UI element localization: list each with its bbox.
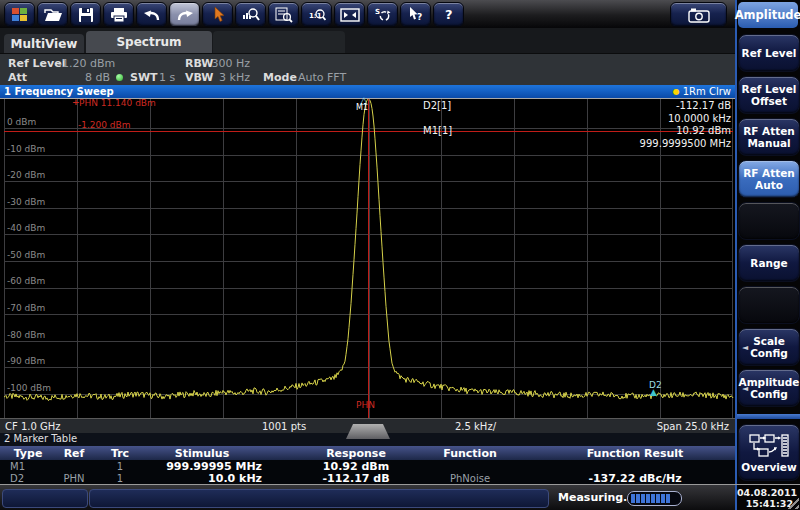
marker-m1-label: M1	[356, 103, 368, 112]
overview-flowchart-icon	[748, 433, 790, 459]
datetime-display: 04.08.2011 15:41:32	[737, 487, 793, 509]
softkey-menu-title: Amplitude	[735, 8, 800, 22]
sweep-points[interactable]: 1001 pts	[262, 421, 306, 432]
tab-bar: MultiView Spectrum	[0, 28, 735, 53]
rbw-value[interactable]: 300 Hz	[210, 57, 250, 70]
softkey-ref-level[interactable]: Ref Level	[738, 34, 800, 72]
select-pointer-icon[interactable]	[202, 2, 233, 27]
readout-m1-name: M1[1]	[423, 125, 452, 136]
status-panel-left	[2, 489, 88, 508]
scale-per-division: 2.5 kHz/	[455, 421, 496, 432]
sweep-continuous-icon[interactable]: S	[367, 2, 398, 27]
att-label: Att	[8, 71, 27, 84]
att-value[interactable]: 8 dB	[58, 71, 110, 84]
softkey-sidebar: Amplitude Ref Level Ref Level Offset RF …	[735, 0, 800, 510]
col-function: Function	[420, 447, 520, 460]
softkey-blank-2	[738, 286, 800, 324]
swt-value[interactable]: 1 s	[159, 71, 175, 84]
status-bar: Measuring...	[0, 485, 735, 510]
cell-function: PhNoise	[420, 473, 520, 484]
col-stimulus: Stimulus	[142, 447, 262, 460]
mode-label: Mode	[263, 71, 297, 84]
measuring-status: Measuring...	[558, 491, 636, 504]
redo-icon[interactable]	[169, 2, 200, 27]
tab-multiview-label: MultiView	[11, 37, 78, 51]
softkey-ref-level-offset[interactable]: Ref Level Offset	[738, 76, 800, 114]
readout-m1-value: 10.92 dBm	[500, 125, 731, 136]
dialog-arrow-icon: ◄	[742, 383, 748, 395]
phn-bottom-label: PHN	[356, 400, 375, 410]
overview-button[interactable]: Overview	[738, 424, 800, 481]
settings-strip: Ref Level -1.20 dBm RBW 300 Hz Att 8 dB …	[0, 53, 735, 86]
save-icon[interactable]	[70, 2, 101, 27]
screenshot-camera-icon[interactable]	[670, 2, 727, 27]
vbw-value[interactable]: 3 kHz	[210, 71, 250, 84]
marker-d2-icon[interactable]: ▲	[650, 387, 657, 397]
center-frequency[interactable]: CF 1.0 GHz	[5, 421, 61, 432]
spectrum-analyzer-screen: 1:1 S ? ? MultiView Spectrum Ref Level -…	[0, 0, 800, 510]
softkey-label: Ref Level Offset	[739, 83, 799, 107]
ref-line-label: -1.200 dBm	[78, 120, 131, 130]
col-ref: Ref	[52, 447, 96, 460]
softkey-separator	[737, 414, 800, 419]
svg-text:S: S	[375, 8, 380, 16]
tab-empty-slot[interactable]	[213, 31, 345, 53]
cell-trc: 1	[98, 461, 142, 472]
col-response: Response	[292, 447, 420, 460]
context-help-icon[interactable]: ?	[400, 2, 431, 27]
trace-badge[interactable]: 1Rm Clrw	[683, 86, 731, 97]
span[interactable]: Span 25.0 kHz	[657, 421, 729, 432]
status-message-panel	[89, 489, 549, 508]
cell-type: M1	[10, 461, 25, 472]
window-splitter-handle[interactable]	[346, 424, 390, 439]
zoom-1to1-icon[interactable]: 1:1	[301, 2, 332, 27]
phn-carrier-line[interactable]	[368, 99, 369, 419]
windows-logo-icon[interactable]	[4, 2, 35, 27]
softkey-rf-atten-auto[interactable]: RF Atten Auto	[738, 160, 800, 198]
zoom-selection-icon[interactable]	[235, 2, 266, 27]
softkey-label: Range	[750, 257, 787, 269]
tab-spectrum-label: Spectrum	[116, 35, 181, 49]
readout-m1-freq: 999.9999500 MHz	[500, 138, 731, 149]
undo-icon[interactable]	[136, 2, 167, 27]
ref-level-label: Ref Level	[8, 57, 65, 70]
marker-table-window: 2 Marker Table Type Ref Trc Stimulus Res…	[0, 433, 735, 484]
spectrum-graph: 0 dBm -10 dBm -20 dBm -30 dBm -40 dBm -5…	[0, 98, 735, 419]
col-trc: Trc	[98, 447, 142, 460]
marker-table-header-row: Type Ref Trc Stimulus Response Function …	[0, 446, 735, 460]
cell-type: D2	[10, 473, 24, 484]
display-config-icon[interactable]	[334, 2, 365, 27]
tab-multiview[interactable]: MultiView	[4, 34, 84, 53]
readout-d2-freq: 10.0000 kHz	[500, 113, 731, 124]
softkey-menu-header: Amplitude	[738, 2, 798, 28]
att-auto-led-icon	[116, 74, 123, 81]
readout-d2-value: -112.17 dB	[500, 100, 731, 111]
measurement-progress-bar	[627, 491, 682, 506]
softkey-label: RF Atten Manual	[739, 125, 799, 149]
date-label: 04.08.2011	[737, 487, 793, 498]
softkey-label: Overview	[741, 461, 796, 473]
softkey-range[interactable]: Range	[738, 244, 800, 282]
print-icon[interactable]	[103, 2, 134, 27]
time-label: 15:41:32	[737, 498, 793, 509]
help-icon[interactable]: ?	[433, 2, 464, 27]
statusbar-divider	[0, 484, 800, 485]
softkey-scale-config[interactable]: ◄ Scale Config	[738, 328, 800, 366]
ref-level-value[interactable]: -1.20 dBm	[58, 57, 114, 70]
softkey-rf-atten-manual[interactable]: RF Atten Manual	[738, 118, 800, 156]
open-icon[interactable]	[37, 2, 68, 27]
dialog-arrow-icon: ◄	[742, 342, 748, 354]
phn-level-label: PHN 11.140 dBm	[79, 98, 156, 108]
cell-trc: 1	[98, 473, 142, 484]
mode-value[interactable]: Auto FFT	[298, 71, 346, 84]
window-title: 1 Frequency Sweep	[4, 86, 114, 97]
toolbar: 1:1 S ? ?	[0, 0, 735, 28]
tab-spectrum[interactable]: Spectrum	[86, 31, 212, 53]
softkey-blank-1	[738, 202, 800, 240]
cell-ref: PHN	[52, 473, 96, 484]
col-type: Type	[8, 447, 48, 460]
trace-color-dot-icon: ●	[673, 87, 680, 96]
zoom-overview-icon[interactable]	[268, 2, 299, 27]
svg-text:1:1: 1:1	[309, 12, 322, 20]
softkey-amplitude-config[interactable]: ◄ Amplitude Config	[738, 369, 800, 407]
